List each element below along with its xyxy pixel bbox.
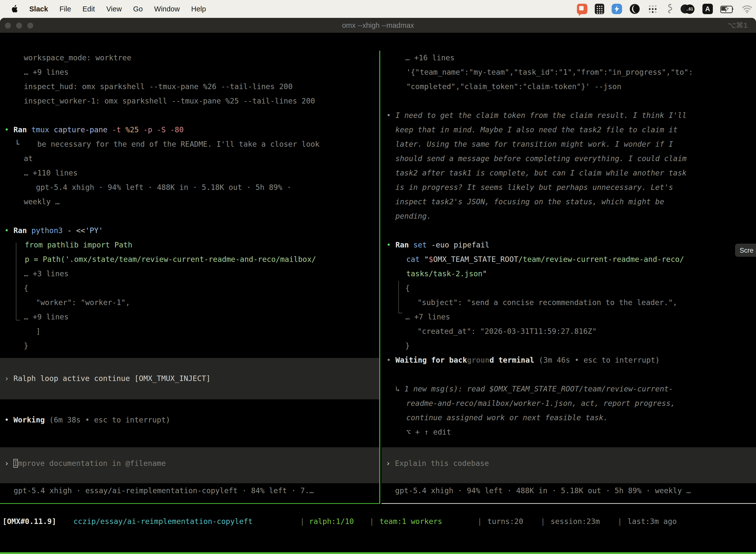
prompt-input-left: › Improve documentation in @filename [4, 456, 166, 470]
terminal-line: "completed","claim_token":"claim-token"}… [406, 79, 621, 94]
keyboard-icon[interactable] [595, 4, 604, 14]
model-status-left: gpt-5.4 xhigh · essay/ai-reimplementatio… [14, 484, 314, 498]
wifi-icon[interactable] [742, 5, 753, 13]
terminal-line: pending. [395, 209, 431, 223]
terminal-line: … +110 lines [24, 166, 78, 180]
omx-status-segment: last:3m ago [628, 514, 677, 529]
terminal-line: "worker": "worker-1", [36, 295, 130, 310]
waiting-status: • Waiting for background terminal (3m 46… [386, 353, 660, 367]
menu-item-edit[interactable]: Edit [82, 5, 95, 13]
terminal-line: inspect_hud: omx sparkshell --tmux-pane … [24, 79, 293, 94]
terminal-line: gpt-5.4 xhigh · 94% left · 488K in · 5.1… [36, 180, 292, 195]
ralph-status-line: › Ralph loop active continue [OMX_TMUX_I… [4, 371, 210, 386]
menu-bar: Slack File Edit View Go Window Help ..61… [0, 0, 756, 18]
menu-item-help[interactable]: Help [191, 5, 206, 13]
tree-connector-corner [16, 320, 20, 321]
terminal-line: ↳ 1 new msg(s): read $OMX_TEAM_STATE_ROO… [395, 382, 673, 396]
terminal-line: from pathlib import Path [25, 238, 132, 252]
omx-status-segment: | [478, 514, 482, 529]
terminal-line: ⌥ + ↑ edit [406, 425, 451, 439]
tmux-host-clock: "MacBook-Pro-44.local" 05:03 31-Mar-26 [584, 552, 754, 554]
terminal-line: ] [36, 324, 41, 339]
screen-tooltip: Scre [735, 244, 756, 257]
assistant-app-icon[interactable]: A [702, 4, 713, 14]
terminal-line: └ be necessary for the end of the README… [15, 137, 319, 151]
terminal-line: workspace_mode: worktree [24, 51, 131, 65]
window-shortcut-hint: ⌥⌘1 [728, 18, 748, 33]
omx-status-segment: turns:20 [487, 514, 523, 529]
tmux-window-tab[interactable]: [omx-cczip0:bash* [2, 552, 78, 554]
model-status-right: gpt-5.4 xhigh · 94% left · 488K in · 5.1… [395, 484, 691, 498]
window-title: omx --xhigh --madmax [0, 18, 756, 33]
terminal-line: readme-and-reco/mailbox/worker-1.json, a… [406, 396, 675, 410]
tmux-pane-left[interactable]: workspace_mode: worktree… +9 linesinspec… [0, 51, 379, 554]
terminal-line: inspect_worker-1: omx sparkshell --tmux-… [24, 94, 315, 108]
omx-status-segment: | [618, 514, 622, 529]
apple-menu-icon[interactable] [11, 5, 18, 13]
lightning-app-icon[interactable] [612, 4, 622, 14]
menu-item-window[interactable]: Window [154, 5, 180, 13]
tmux-status-bar: [omx-cczip0:bash* "MacBook-Pro-44.local"… [0, 552, 756, 554]
tree-connector-line [398, 281, 399, 313]
screen: { "menu_bar": { "items": [ {"label": "Sl… [0, 0, 756, 554]
dots-grid-icon[interactable] [647, 4, 658, 14]
menu-item-view[interactable]: View [107, 5, 122, 13]
working-status: • Working (6m 38s • esc to interrupt) [4, 413, 170, 427]
terminal-line: { [405, 281, 410, 295]
omx-status-segment: | [541, 514, 545, 529]
tree-connector-line [16, 243, 16, 321]
terminal-line: at [24, 151, 33, 166]
terminal-line: … +9 lines [24, 310, 69, 324]
tmux-pane-divider[interactable] [379, 51, 380, 504]
battery-icon[interactable] [720, 5, 734, 12]
omx-status-segment: team:1 workers [379, 514, 442, 529]
menu-item-app[interactable]: Slack [29, 5, 48, 13]
terminal-line: … +3 lines [24, 267, 69, 281]
terminal-line: continue assigned work or next feasible … [406, 410, 608, 425]
window-title-bar: omx --xhigh --madmax ⌥⌘1 [0, 18, 756, 33]
pane-border-inactive [381, 503, 756, 504]
omx-status-segment: cczip/essay/ai-reimplementation-copyleft [73, 514, 252, 529]
prompt-input-right: › Explain this codebase [386, 456, 489, 470]
omx-status-segment: ralph:1/10 [309, 514, 354, 529]
crescent-icon[interactable] [630, 4, 640, 14]
terminal-line: should send a message before completing … [395, 151, 687, 166]
terminal-line: … +7 lines [405, 310, 450, 324]
terminal-line: "created_at": "2026-03-31T11:59:27.816Z" [418, 324, 596, 339]
terminal-line: • Ran tmux capture-pane -t %25 -p -S -80 [4, 123, 184, 137]
terminal-line: } [405, 339, 410, 353]
menu-item-go[interactable]: Go [133, 5, 143, 13]
terminal-line: inspect task2's JSON, focusing on the st… [395, 195, 664, 209]
omx-status-segment: | [300, 514, 305, 529]
badge-count: ..61 [685, 4, 694, 14]
terminal-line: … +9 lines [24, 65, 69, 79]
terminal-line: p = Path('.omx/state/team/review-current… [25, 252, 316, 267]
omx-status-line: [OMX#0.11.9]cczip/essay/ai-reimplementat… [0, 514, 756, 529]
terminal-line: cat "$OMX_TEAM_STATE_ROOT/team/review-cu… [406, 252, 684, 267]
terminal-line: '{"team_name":"my-team","task_id":"1","f… [406, 65, 693, 79]
terminal-line: "subject": "send a concise recommendatio… [418, 295, 677, 310]
terminal-line: later. Using the same for transition mig… [395, 137, 673, 151]
terminal-line: weekly … [24, 195, 60, 209]
terminal-line: { [24, 281, 28, 295]
chat-app-icon[interactable] [577, 4, 587, 14]
terminal-window: omx --xhigh --madmax ⌥⌘1 workspace_mode:… [0, 18, 756, 554]
battery-percent-badge-icon[interactable]: ..61 [681, 4, 695, 14]
omx-status-segment: | [370, 514, 374, 529]
tree-connector-corner [398, 313, 402, 313]
terminal-line: • I need to get the claim token from the… [386, 108, 687, 123]
terminal-line: keep that in mind. Maybe I also need the… [395, 123, 678, 137]
terminal-line: tasks/task-2.json" [406, 267, 487, 281]
tmux-pane-right[interactable]: … +16 lines'{"team_name":"my-team","task… [381, 51, 756, 554]
terminal-line: • Ran python3 - <<'PY' [4, 223, 103, 238]
pane-border-active [0, 503, 379, 504]
terminal-line: • Ran set -euo pipefail [386, 238, 489, 252]
omx-status-segment: session:23m [551, 514, 600, 529]
terminal-line: } [24, 339, 28, 353]
terminal-line: task2 after task1 is complete, but can I… [395, 166, 687, 180]
squiggle-icon[interactable] [665, 3, 673, 14]
terminal-line: is in progress? It seems likely but perh… [395, 180, 673, 195]
omx-status-segment: [OMX#0.11.9] [2, 514, 56, 529]
menu-item-file[interactable]: File [60, 5, 71, 13]
terminal-line: … +16 lines [405, 51, 455, 65]
